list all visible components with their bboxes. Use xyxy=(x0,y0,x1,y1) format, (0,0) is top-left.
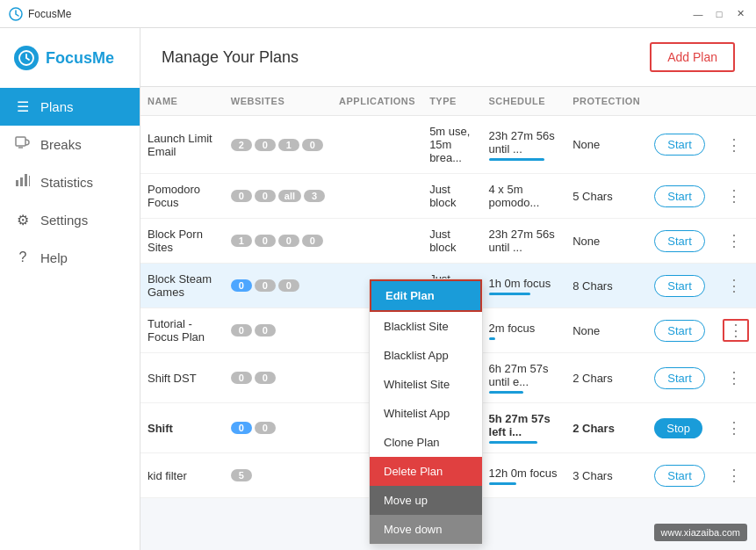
col-header-schedule: SCHEDULE xyxy=(482,87,566,116)
context-move-down[interactable]: Move down xyxy=(370,515,482,544)
app-badge: 0 xyxy=(278,235,299,247)
sidebar-label-statistics: Statistics xyxy=(40,175,93,190)
start-button[interactable]: Start xyxy=(654,320,704,342)
website-badge: 0 xyxy=(231,324,252,337)
sidebar-label-plans: Plans xyxy=(40,99,74,114)
window-controls: — □ ✕ xyxy=(691,7,747,21)
sidebar-item-help[interactable]: ? Help xyxy=(0,239,140,276)
context-blacklist-site[interactable]: Blacklist Site xyxy=(370,312,482,341)
col-header-applications: APPLICATIONS xyxy=(332,87,422,116)
plan-schedule: 23h 27m 56s until ... xyxy=(482,219,566,264)
plan-name: Shift DST xyxy=(140,353,224,403)
context-menu: Edit Plan Blacklist Site Blacklist App W… xyxy=(369,279,483,545)
plan-protection: None xyxy=(565,308,647,353)
app-badge: all xyxy=(278,190,301,202)
stop-button[interactable]: Stop xyxy=(654,418,702,438)
start-button[interactable]: Start xyxy=(654,134,704,156)
col-header-protection: PROTECTION xyxy=(565,87,647,116)
breaks-icon xyxy=(14,136,32,152)
plan-more: ⋮ xyxy=(716,308,756,353)
context-clone-plan[interactable]: Clone Plan xyxy=(370,428,482,457)
plan-action: Start xyxy=(647,353,716,403)
sidebar-item-plans[interactable]: ☰ Plans xyxy=(0,88,140,126)
more-options-button[interactable]: ⋮ xyxy=(723,319,749,342)
plan-more: ⋮ xyxy=(716,353,756,403)
start-button[interactable]: Start xyxy=(654,275,704,297)
maximize-button[interactable]: □ xyxy=(712,7,726,21)
plan-schedule: 6h 27m 57s until e... xyxy=(482,353,566,403)
plan-apps xyxy=(332,174,422,219)
col-header-name: NAME xyxy=(140,87,224,116)
start-button[interactable]: Start xyxy=(654,367,704,389)
plans-table-container: NAME WEBSITES APPLICATIONS TYPE SCHEDULE… xyxy=(140,87,756,550)
app-icon xyxy=(9,7,23,21)
app-badge: 1 xyxy=(278,139,299,151)
start-button[interactable]: Start xyxy=(654,230,704,252)
context-delete-plan[interactable]: Delete Plan xyxy=(370,457,482,486)
col-header-more xyxy=(716,87,756,116)
logo-text: FocusMe xyxy=(46,49,114,68)
more-options-button[interactable]: ⋮ xyxy=(723,135,745,155)
statistics-icon xyxy=(14,173,32,191)
start-button[interactable]: Start xyxy=(654,185,704,207)
sidebar-item-settings[interactable]: ⚙ Settings xyxy=(0,201,140,239)
schedule-progress xyxy=(489,158,545,161)
start-button[interactable]: Start xyxy=(654,465,704,487)
sidebar-label-settings: Settings xyxy=(40,213,88,228)
sidebar-item-statistics[interactable]: Statistics xyxy=(0,163,140,201)
plan-apps xyxy=(332,116,422,174)
context-whitelist-site[interactable]: Whitelist Site xyxy=(370,370,482,399)
context-edit-plan[interactable]: Edit Plan xyxy=(370,279,482,312)
plan-schedule: 5h 27m 57s left i... xyxy=(482,403,566,453)
main-content: Manage Your Plans Add Plan NAME WEBSITES… xyxy=(140,28,756,550)
plan-action: Start xyxy=(647,174,716,219)
context-blacklist-app[interactable]: Blacklist App xyxy=(370,341,482,370)
plan-apps xyxy=(332,219,422,264)
svg-rect-5 xyxy=(20,177,23,186)
sidebar-item-breaks[interactable]: Breaks xyxy=(0,126,140,163)
badge-group: 0 0 xyxy=(231,372,325,384)
schedule-progress xyxy=(489,391,524,394)
badge-group: 0 0 xyxy=(231,324,325,337)
window-title: FocusMe xyxy=(28,8,691,20)
plan-type: 5m use, 15m brea... xyxy=(422,116,481,174)
more-options-button[interactable]: ⋮ xyxy=(723,418,745,438)
plan-action: Start xyxy=(647,116,716,174)
plan-protection: 2 Chars xyxy=(565,403,647,453)
app-badge: 0 xyxy=(255,324,276,337)
more-options-button[interactable]: ⋮ xyxy=(723,466,745,485)
plan-action: Start xyxy=(647,308,716,353)
sidebar: FocusMe ☰ Plans Breaks xyxy=(0,28,140,550)
more-options-button[interactable]: ⋮ xyxy=(723,368,745,387)
svg-rect-4 xyxy=(16,180,18,186)
schedule-progress xyxy=(489,293,531,295)
close-button[interactable]: ✕ xyxy=(733,7,747,21)
col-header-action xyxy=(647,87,716,116)
plan-action: Start xyxy=(647,219,716,264)
plan-protection: 2 Chars xyxy=(565,353,647,403)
plan-type: Just block xyxy=(422,219,481,264)
svg-rect-7 xyxy=(29,176,30,186)
app-body: FocusMe ☰ Plans Breaks xyxy=(0,28,756,550)
more-options-button[interactable]: ⋮ xyxy=(723,276,745,295)
website-badge: 0 xyxy=(255,190,276,202)
plan-name: Pomodoro Focus xyxy=(140,174,224,219)
plan-websites: 0 0 all 3 xyxy=(224,174,332,219)
badge-group: 5 xyxy=(231,469,325,481)
minimize-button[interactable]: — xyxy=(691,7,705,21)
context-move-up[interactable]: Move up xyxy=(370,486,482,515)
main-header: Manage Your Plans Add Plan xyxy=(140,28,756,87)
plan-name: Tutorial - Focus Plan xyxy=(140,308,224,353)
table-row: Pomodoro Focus 0 0 all 3 Just block 4 x … xyxy=(140,174,756,219)
more-options-button[interactable]: ⋮ xyxy=(723,231,745,250)
context-whitelist-app[interactable]: Whitelist App xyxy=(370,399,482,428)
table-row: Launch Limit Email 2 0 1 0 5m use, 15m b… xyxy=(140,116,756,174)
plan-websites: 1 0 0 0 xyxy=(224,219,332,264)
svg-rect-2 xyxy=(16,137,25,146)
more-options-button[interactable]: ⋮ xyxy=(723,186,745,206)
plan-type: Just block xyxy=(422,174,481,219)
titlebar: FocusMe — □ ✕ xyxy=(0,0,756,28)
plan-protection: None xyxy=(565,116,647,174)
website-badge: 0 xyxy=(255,235,276,247)
add-plan-button[interactable]: Add Plan xyxy=(650,42,735,72)
